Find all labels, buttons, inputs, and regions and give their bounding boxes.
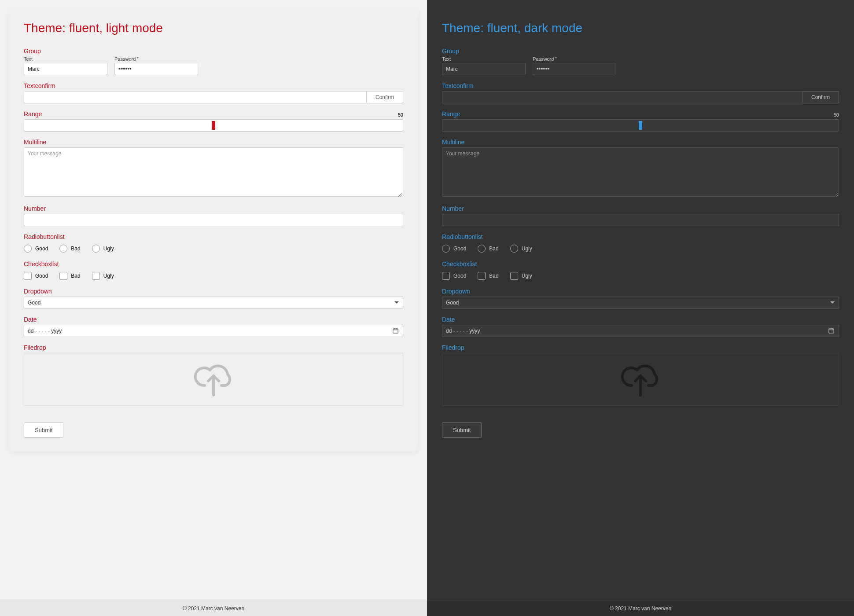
radiolist-label-d: Radiobuttonlist	[442, 233, 839, 240]
check-ugly-label: Ugly	[103, 273, 114, 279]
radio-ugly-label: Ugly	[103, 246, 114, 252]
radiolist-label: Radiobuttonlist	[24, 233, 403, 240]
radio-good-label-d: Good	[453, 246, 466, 252]
number-label-d: Number	[442, 205, 839, 212]
date-label: Date	[24, 316, 403, 323]
text-label: Text	[24, 56, 107, 62]
radio-ugly[interactable]	[92, 245, 100, 253]
confirm-button-d[interactable]: Confirm	[802, 91, 839, 103]
submit-button-d[interactable]: Submit	[442, 422, 482, 438]
range-slider[interactable]	[24, 119, 403, 132]
check-ugly-d[interactable]	[510, 272, 518, 280]
checkboxlist-label: Checkboxlist	[24, 260, 403, 268]
check-bad[interactable]	[59, 272, 67, 280]
filedrop-zone-d[interactable]	[442, 353, 839, 406]
dropdown-select[interactable]: Good	[24, 297, 403, 309]
confirm-button[interactable]: Confirm	[367, 91, 403, 103]
password-label: Password	[114, 56, 198, 62]
radio-bad-d[interactable]	[478, 245, 486, 253]
filedrop-zone[interactable]	[24, 353, 403, 406]
radio-good[interactable]	[24, 245, 32, 253]
date-input-d[interactable]	[442, 325, 839, 337]
range-handle-d[interactable]	[639, 121, 642, 130]
textconfirm-label: Textconfirm	[24, 82, 403, 89]
number-label: Number	[24, 205, 403, 212]
dark-card: Theme: fluent, dark mode Group Text Pass…	[436, 9, 845, 451]
dark-title: Theme: fluent, dark mode	[442, 21, 839, 35]
light-card: Theme: fluent, light mode Group Text Pas…	[9, 9, 418, 451]
check-ugly[interactable]	[92, 272, 100, 280]
check-good-d[interactable]	[442, 272, 450, 280]
radio-bad-label: Bad	[71, 246, 80, 252]
check-bad-label: Bad	[71, 273, 80, 279]
range-slider-d[interactable]	[442, 119, 839, 132]
radio-ugly-label-d: Ugly	[522, 246, 532, 252]
radio-bad[interactable]	[59, 245, 67, 253]
radio-bad-label-d: Bad	[489, 246, 498, 252]
range-label: Range	[24, 110, 403, 117]
check-bad-d[interactable]	[478, 272, 486, 280]
range-handle[interactable]	[212, 121, 215, 130]
dropdown-label: Dropdown	[24, 288, 403, 295]
password-input-d[interactable]	[533, 63, 616, 75]
dropdown-select-d[interactable]: Good	[442, 297, 839, 309]
filedrop-label: Filedrop	[24, 344, 403, 351]
multiline-label-d: Multiline	[442, 139, 839, 146]
check-ugly-label-d: Ugly	[522, 273, 532, 279]
multiline-input[interactable]	[24, 147, 403, 197]
textconfirm-input-d[interactable]	[442, 91, 802, 103]
light-title: Theme: fluent, light mode	[24, 21, 403, 35]
upload-cloud-icon-d	[618, 359, 663, 400]
check-good-label: Good	[35, 273, 48, 279]
group-label: Group	[24, 48, 403, 55]
range-label-d: Range	[442, 110, 839, 117]
text-input-d[interactable]	[442, 63, 526, 75]
date-input[interactable]	[24, 325, 403, 337]
range-value-d: 50	[834, 112, 839, 117]
radio-good-label: Good	[35, 246, 48, 252]
footer-light: © 2021 Marc van Neerven	[0, 601, 427, 616]
radio-good-d[interactable]	[442, 245, 450, 253]
date-label-d: Date	[442, 316, 839, 323]
password-input[interactable]	[114, 63, 198, 75]
password-label-d: Password	[533, 56, 616, 62]
check-good[interactable]	[24, 272, 32, 280]
group-label-d: Group	[442, 48, 839, 55]
number-input[interactable]	[24, 214, 403, 226]
radio-ugly-d[interactable]	[510, 245, 518, 253]
checkboxlist-label-d: Checkboxlist	[442, 260, 839, 268]
dropdown-label-d: Dropdown	[442, 288, 839, 295]
multiline-input-d[interactable]	[442, 147, 839, 197]
submit-button[interactable]: Submit	[24, 422, 63, 438]
check-good-label-d: Good	[453, 273, 466, 279]
range-value: 50	[398, 112, 403, 117]
text-label-d: Text	[442, 56, 526, 62]
text-input[interactable]	[24, 63, 107, 75]
number-input-d[interactable]	[442, 214, 839, 226]
footer-dark: © 2021 Marc van Neerven	[427, 601, 854, 616]
check-bad-label-d: Bad	[489, 273, 498, 279]
multiline-label: Multiline	[24, 139, 403, 146]
filedrop-label-d: Filedrop	[442, 344, 839, 351]
upload-cloud-icon	[191, 359, 236, 400]
textconfirm-label-d: Textconfirm	[442, 82, 839, 89]
textconfirm-input[interactable]	[24, 91, 367, 103]
